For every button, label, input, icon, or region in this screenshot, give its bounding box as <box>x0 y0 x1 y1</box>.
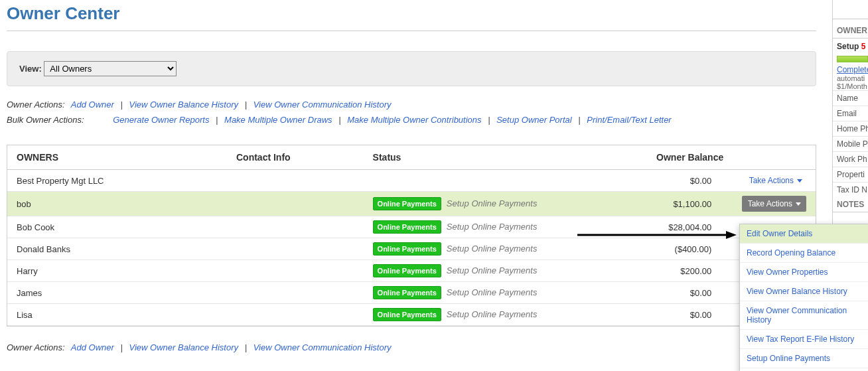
view-owner-communication-history-link[interactable]: View Owner Communication History <box>253 342 392 352</box>
online-payments-button[interactable]: Online Payments <box>373 264 441 277</box>
online-payments-button[interactable]: Online Payments <box>373 197 441 210</box>
view-owner-balance-history-link[interactable]: View Owner Balance History <box>129 100 239 110</box>
take-actions-menu: Edit Owner DetailsRecord Opening Balance… <box>739 224 868 371</box>
setup-online-payments-link[interactable]: Setup Online Payments <box>447 244 538 254</box>
setup-owner-portal-link[interactable]: Setup Owner Portal <box>496 115 571 125</box>
contact-info-cell <box>227 216 364 238</box>
side-field-home-ph: Home Ph <box>833 121 868 136</box>
view-label: View: <box>19 64 42 74</box>
actions-cell: Take Actions <box>733 170 816 192</box>
online-payments-button[interactable]: Online Payments <box>373 286 441 299</box>
setup-online-payments-link[interactable]: Setup Online Payments <box>447 309 538 319</box>
owner-actions-label: Owner Actions: <box>7 342 65 352</box>
setup-online-payments-link[interactable]: Setup Online Payments <box>447 287 538 297</box>
view-owner-balance-history-link[interactable]: View Owner Balance History <box>129 342 239 352</box>
contact-info-cell <box>227 260 364 282</box>
setup-online-payments-link[interactable]: Setup Online Payments <box>447 198 538 208</box>
add-owner-link[interactable]: Add Owner <box>71 100 114 110</box>
separator: | <box>245 100 247 110</box>
separator: | <box>578 115 580 125</box>
view-filter-bar: View: All Owners <box>7 51 816 86</box>
actions-cell: Take Actions <box>733 192 816 216</box>
setup-online-payments-link[interactable]: Setup Online Payments <box>447 222 538 232</box>
view-owner-communication-history-link[interactable]: View Owner Communication History <box>253 100 392 110</box>
side-field-tax-id-n: Tax ID N <box>833 182 868 197</box>
make-multiple-owner-draws-link[interactable]: Make Multiple Owner Draws <box>224 115 332 125</box>
owner-balance-cell: $0.00 <box>640 170 733 192</box>
menu-item-record-opening-balance[interactable]: Record Opening Balance <box>740 244 868 263</box>
menu-item-view-tax-report-e-file-history[interactable]: View Tax Report E-File History <box>740 330 868 349</box>
title-divider <box>7 31 816 31</box>
owner-name-cell: Donald Banks <box>7 238 227 260</box>
caret-down-icon <box>796 202 801 206</box>
side-field-work-ph: Work Ph <box>833 151 868 167</box>
online-payments-button[interactable]: Online Payments <box>373 220 441 234</box>
caret-down-icon <box>797 179 802 183</box>
contact-info-cell <box>227 282 364 304</box>
menu-item-view-owner-properties[interactable]: View Owner Properties <box>740 263 868 282</box>
generate-owner-reports-link[interactable]: Generate Owner Reports <box>113 115 209 125</box>
setup-progress-label: Setup 5 <box>833 38 868 54</box>
header-contact-info: Contact Info <box>227 145 364 170</box>
owner-balance-cell: $200.00 <box>640 260 733 282</box>
status-cell: Online PaymentsSetup Online Payments <box>364 304 640 326</box>
make-multiple-owner-contributions-link[interactable]: Make Multiple Owner Contributions <box>347 115 481 125</box>
complete-link[interactable]: Complete <box>833 65 868 74</box>
online-payments-button[interactable]: Online Payments <box>373 308 441 321</box>
take-actions-button[interactable]: Take Actions <box>742 196 806 212</box>
bulk-actions-label: Bulk Owner Actions: <box>7 115 84 125</box>
contact-info-cell <box>227 304 364 326</box>
owner-name-cell: Lisa <box>7 304 227 326</box>
header-status: Status <box>364 145 640 170</box>
contact-info-cell <box>227 238 364 260</box>
separator: | <box>216 115 218 125</box>
status-cell: Online PaymentsSetup Online Payments <box>364 238 640 260</box>
separator: | <box>120 100 122 110</box>
contact-info-cell <box>227 192 364 216</box>
owner-actions-line-bottom: Owner Actions: Add Owner | View Owner Ba… <box>7 342 816 352</box>
header-actions <box>733 145 816 170</box>
owner-balance-cell: $0.00 <box>640 304 733 326</box>
owner-actions-label: Owner Actions: <box>7 100 65 110</box>
menu-item-setup-online-payments[interactable]: Setup Online Payments <box>740 349 868 368</box>
side-field-properti: Properti <box>833 167 868 182</box>
menu-item-edit-owner-details[interactable]: Edit Owner Details <box>740 224 868 244</box>
menu-item-view-owner-communication-history[interactable]: View Owner Communication History <box>740 301 868 330</box>
contact-info-cell <box>227 170 364 192</box>
owner-name-cell: Harry <box>7 260 227 282</box>
menu-item-view-owner-balance-history[interactable]: View Owner Balance History <box>740 282 868 301</box>
setup-progress-bar <box>837 56 868 62</box>
status-cell: Online PaymentsSetup Online Payments <box>364 192 640 216</box>
table-row: bobOnline PaymentsSetup Online Payments$… <box>7 192 816 216</box>
print-email-text-letter-link[interactable]: Print/Email/Text Letter <box>587 115 671 125</box>
separator: | <box>120 342 122 352</box>
separator: | <box>338 115 340 125</box>
header-owners: OWNERS <box>7 145 227 170</box>
side-field-email: Email <box>833 106 868 121</box>
table-header-row: OWNERS Contact Info Status Owner Balance <box>7 145 816 170</box>
owner-balance-cell: $1,100.00 <box>640 192 733 216</box>
menu-item-setup-owner-portal[interactable]: Setup Owner Portal <box>740 368 868 371</box>
side-muted-text: $1/Month <box>833 82 868 90</box>
take-actions-button[interactable]: Take Actions <box>742 174 806 187</box>
owner-name-cell: bob <box>7 192 227 216</box>
table-row: JamesOnline PaymentsSetup Online Payment… <box>7 282 816 304</box>
separator: | <box>245 342 247 352</box>
online-payments-button[interactable]: Online Payments <box>373 242 441 256</box>
setup-online-payments-link[interactable]: Setup Online Payments <box>447 265 538 275</box>
owner-name-cell: Bob Cook <box>7 216 227 238</box>
owner-balance-cell: $0.00 <box>640 282 733 304</box>
add-owner-link[interactable]: Add Owner <box>71 342 114 352</box>
owner-name-cell: Best Property Mgt LLC <box>7 170 227 192</box>
notes-title: NOTES <box>833 197 868 212</box>
svg-marker-1 <box>726 231 737 239</box>
owner-name-cell: James <box>7 282 227 304</box>
owner-actions-line: Owner Actions: Add Owner | View Owner Ba… <box>7 100 816 110</box>
annotation-arrow <box>577 230 737 240</box>
header-owner-balance: Owner Balance <box>640 145 733 170</box>
view-select[interactable]: All Owners <box>44 61 177 76</box>
side-title: OWNER <box>833 23 868 38</box>
table-row: HarryOnline PaymentsSetup Online Payment… <box>7 260 816 282</box>
table-row: Best Property Mgt LLC$0.00Take Actions <box>7 170 816 192</box>
side-muted-text: automati <box>833 74 868 82</box>
